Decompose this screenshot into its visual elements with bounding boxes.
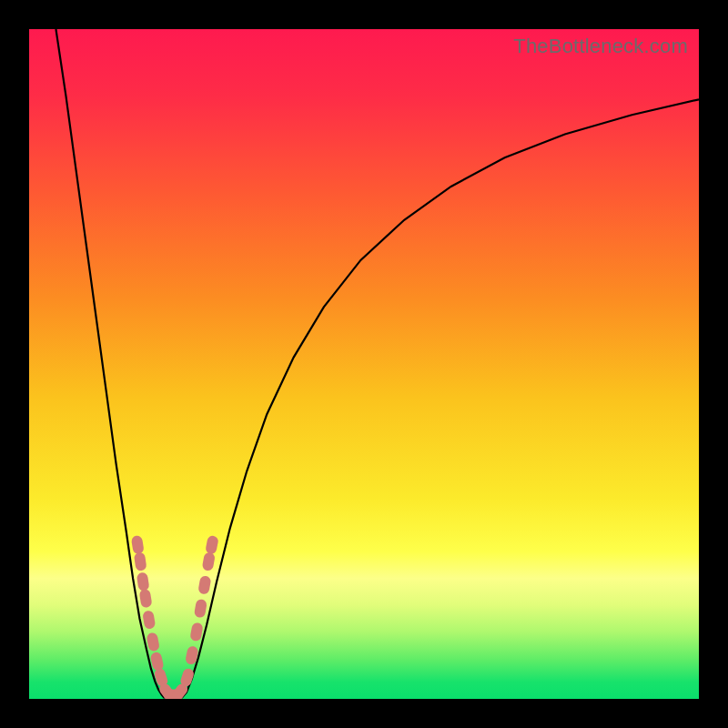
marker-dot [197,575,211,595]
marker-dot [146,632,160,652]
marker-dot [194,599,207,619]
marker-dot [205,535,219,555]
chart-overlay [29,29,699,699]
marker-dot [139,589,153,609]
marker-dot [202,551,216,571]
plot-area: TheBottleneck.com [29,29,699,699]
marker-dot [134,551,147,571]
marker-group [131,535,219,699]
curve-right-branch [182,99,699,698]
marker-dot [131,535,145,555]
chart-frame: TheBottleneck.com [0,0,728,728]
marker-dot [189,622,203,642]
marker-dot [142,610,156,630]
marker-dot [136,571,150,592]
watermark-text: TheBottleneck.com [513,35,688,58]
